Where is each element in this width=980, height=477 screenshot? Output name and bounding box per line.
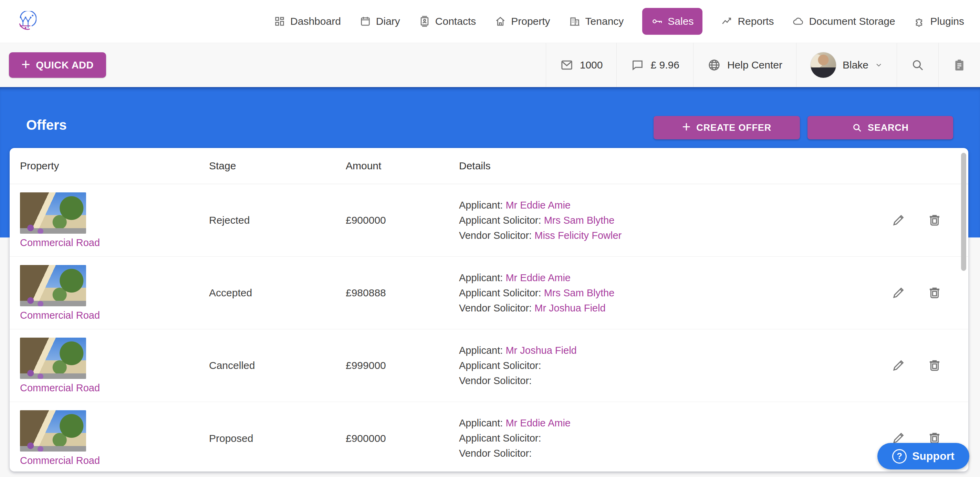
property-photo-thumbnail[interactable] (20, 192, 86, 234)
detail-label: Vendor Solicitor: (459, 303, 532, 314)
details-cell: Applicant: Mr Eddie Amie Applicant Solic… (459, 417, 875, 459)
property-link[interactable]: Commercial Road (20, 237, 209, 249)
nav-label: Reports (738, 16, 774, 27)
plus-icon: + (682, 119, 691, 135)
help-center[interactable]: Help Center (693, 43, 796, 87)
clipboard-icon (953, 58, 966, 72)
mail-counter[interactable]: 1000 (546, 43, 617, 87)
row-actions (875, 213, 958, 228)
edit-offer-button[interactable] (891, 285, 906, 301)
nav-item-contacts[interactable]: Contacts (419, 16, 476, 27)
delete-offer-button[interactable] (928, 285, 942, 301)
details-cell: Applicant: Mr Eddie Amie Applicant Solic… (459, 272, 875, 314)
nav-item-tenancy[interactable]: Tenancy (569, 16, 624, 27)
table-row: Commercial Road Proposed £900000 Applica… (10, 402, 968, 472)
delete-offer-button[interactable] (928, 213, 942, 228)
utility-group: 1000 £ 9.96 Help Center Blake (546, 43, 980, 87)
property-photo-thumbnail[interactable] (20, 338, 86, 379)
balance-indicator[interactable]: £ 9.96 (616, 43, 693, 87)
trash-icon (928, 358, 942, 372)
vendor-solicitor-line: Vendor Solicitor: (459, 375, 875, 387)
column-header-details: Details (459, 160, 875, 172)
edit-offer-button[interactable] (891, 213, 906, 228)
support-label: Support (912, 450, 955, 463)
applicant-link[interactable]: Mr Eddie Amie (506, 272, 571, 283)
applicant-solicitor-link[interactable]: Mrs Sam Blythe (544, 215, 615, 226)
nav-item-reports[interactable]: Reports (721, 16, 774, 27)
column-header-stage: Stage (209, 160, 346, 172)
vertical-scrollbar[interactable] (961, 153, 966, 271)
key-icon (651, 16, 663, 27)
app-logo-icon[interactable] (16, 11, 37, 32)
cloud-icon (792, 16, 804, 27)
nav-label: Document Storage (809, 16, 895, 27)
details-cell: Applicant: Mr Joshua Field Applicant Sol… (459, 345, 875, 387)
applicant-link[interactable]: Mr Eddie Amie (506, 200, 571, 211)
edit-offer-button[interactable] (891, 358, 906, 373)
contact-card-icon (419, 16, 430, 27)
property-link[interactable]: Commercial Road (20, 310, 209, 321)
nav-item-diary[interactable]: Diary (360, 16, 400, 27)
vendor-solicitor-link[interactable]: Miss Felicity Fowler (535, 230, 622, 241)
global-search-button[interactable] (897, 43, 938, 87)
pencil-icon (891, 358, 906, 372)
applicant-link[interactable]: Mr Joshua Field (506, 345, 576, 356)
applicant-line: Applicant: Mr Eddie Amie (459, 200, 875, 211)
nav-item-sales-active[interactable]: Sales (642, 8, 702, 35)
search-button[interactable]: SEARCH (808, 116, 953, 139)
top-navigation-bar: Dashboard Diary Contacts Property Tenanc… (0, 0, 980, 43)
property-photo-thumbnail[interactable] (20, 265, 86, 306)
detail-label: Vendor Solicitor: (459, 230, 532, 241)
plus-icon: + (21, 57, 30, 72)
property-cell: Commercial Road (20, 192, 209, 249)
vendor-solicitor-link[interactable]: Mr Joshua Field (535, 303, 605, 314)
details-cell: Applicant: Mr Eddie Amie Applicant Solic… (459, 200, 875, 241)
applicant-solicitor-link[interactable]: Mrs Sam Blythe (544, 287, 615, 298)
pencil-icon (891, 285, 906, 300)
support-button[interactable]: ? Support (877, 443, 969, 469)
table-row: Commercial Road Accepted £980888 Applica… (10, 257, 968, 330)
row-actions (875, 285, 958, 301)
nav-label: Dashboard (290, 16, 341, 27)
nav-label: Sales (668, 16, 694, 27)
stage-cell: Cancelled (209, 360, 346, 371)
nav-item-plugins[interactable]: Plugins (914, 16, 964, 27)
trash-icon (928, 285, 942, 300)
nav-item-property[interactable]: Property (495, 16, 550, 27)
building-icon (569, 16, 581, 27)
nav-label: Plugins (931, 16, 964, 27)
property-link[interactable]: Commercial Road (20, 455, 209, 466)
applicant-line: Applicant: Mr Eddie Amie (459, 272, 875, 284)
property-cell: Commercial Road (20, 265, 209, 321)
applicant-link[interactable]: Mr Eddie Amie (506, 417, 571, 428)
nav-item-document-storage[interactable]: Document Storage (792, 16, 895, 27)
user-avatar (810, 52, 837, 78)
offers-table-card: Property Stage Amount Details Commercial… (10, 148, 968, 472)
detail-label: Vendor Solicitor: (459, 375, 532, 386)
column-header-property: Property (20, 160, 209, 172)
table-body: Commercial Road Rejected £900000 Applica… (10, 184, 968, 472)
search-label: SEARCH (868, 122, 909, 133)
property-photo-thumbnail[interactable] (20, 410, 86, 452)
trash-icon (928, 213, 942, 227)
detail-label: Applicant: (459, 272, 503, 283)
question-circle-icon: ? (892, 449, 907, 464)
stage-cell: Proposed (209, 433, 346, 444)
trend-up-icon (721, 16, 733, 27)
globe-icon (707, 58, 721, 72)
delete-offer-button[interactable] (928, 358, 942, 373)
amount-cell: £900000 (346, 214, 459, 226)
balance-amount: £ 9.96 (651, 59, 679, 71)
quick-add-button[interactable]: + QUICK ADD (9, 52, 106, 78)
chevron-down-icon (875, 61, 883, 69)
stage-cell: Accepted (209, 287, 346, 299)
nav-label: Tenancy (585, 16, 624, 27)
nav-label: Contacts (435, 16, 476, 27)
row-actions (875, 358, 958, 373)
clipboard-button[interactable] (938, 43, 980, 87)
property-link[interactable]: Commercial Road (20, 382, 209, 394)
mail-count: 1000 (580, 59, 603, 71)
user-menu[interactable]: Blake (796, 43, 897, 87)
create-offer-button[interactable]: + CREATE OFFER (654, 116, 800, 139)
nav-item-dashboard[interactable]: Dashboard (274, 16, 341, 27)
